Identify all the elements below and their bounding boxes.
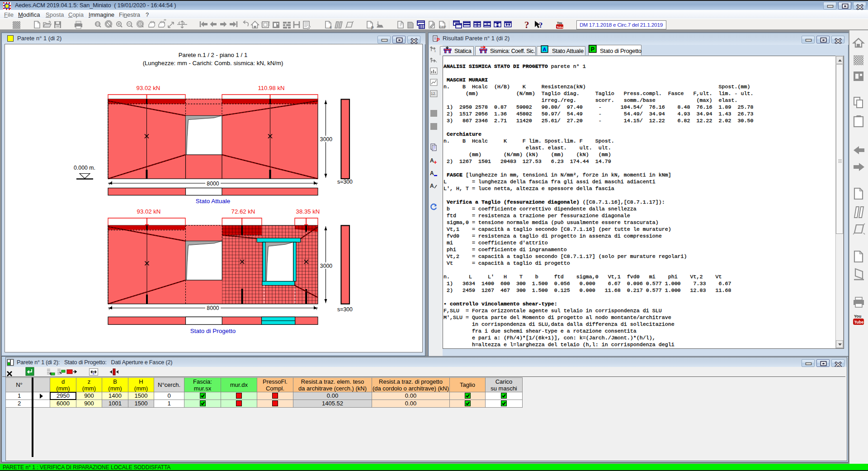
svg-text:x: x (93, 372, 94, 375)
